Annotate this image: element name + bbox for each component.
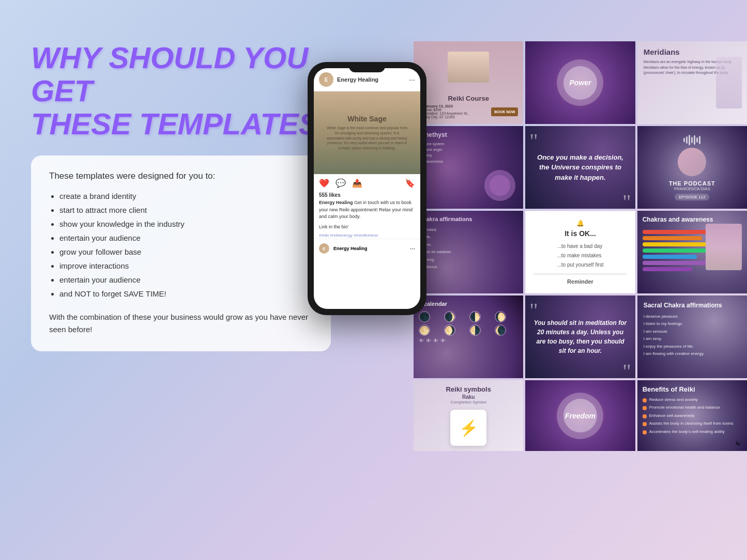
eye-row: 👁 👁 👁 👁 [419,338,518,344]
heart-icon[interactable]: ❤️ [319,178,329,188]
grid-item-freedom: Freedom [525,380,635,451]
benefits-reiki-content: Benefits of Reiki Reduce stress and anxi… [637,380,747,451]
moon-phase-6: 🌖 [444,324,455,336]
chakra-bar-crown [643,267,692,271]
ig-footer: E Energy Healing ··· [314,239,420,258]
bullet-item: improve interactions [59,259,313,273]
grid-item-reiki-course: Reiki Course January 13, 2023 Cost: $20€… [414,41,523,124]
chakra-affirmations-title: Chakra affirmations [419,216,518,222]
soundwave [683,135,700,145]
chakra-affirmations-list: reminded.n safe.d here,d trust its wisdo… [419,226,518,271]
meridians-title: Meridians [644,48,741,56]
comment-icon[interactable]: 💬 [336,178,346,188]
moon-phase-3: 🌓 [469,311,481,322]
sacral-chakra-affirmations: I deserve pleasure. I listen to my feeli… [644,313,741,357]
bullet-item: and NOT to forget SAVE TIME! [59,287,313,301]
grid-item-quote2: " You should sit in meditation for 20 mi… [525,295,635,378]
bullet-list: create a brand identity start to attract… [49,189,313,301]
reiki-course-title: Reiki Course [448,95,489,102]
eye-icon-4: 👁 [440,338,446,344]
power-label: Power [569,79,591,87]
amethyst-benefits: immune systemfear and angerl anxietytual… [419,141,518,164]
benefit-item-1: Reduce stress and anxiety [643,397,742,402]
podcast-content: THE PODCAST FRANCESCA DIAS EPISODE 112 [637,126,747,209]
grid-item-quote1: " Once you make a decision, the Universe… [525,126,635,209]
grid-item-amethyst: Amethyst immune systemfear and angerl an… [414,126,523,209]
freedom-label: Freedom [565,412,596,420]
bullet-item: grow your follower base [59,245,313,259]
yoga-pose-image [706,224,742,270]
power-circle: Power [557,59,603,106]
footer-username: Energy Healing [333,246,406,251]
benefit-dot-3 [643,414,647,418]
main-heading: WHY SHOULD YOU GET THESE TEMPLATES: [31,41,331,140]
ig-caption: Energy Healing Get in touch with us to b… [314,198,420,222]
bullet-item: entertain your audience [59,273,313,287]
amethyst-content: Amethyst immune systemfear and angerl an… [414,126,523,209]
benefit-item-5: Accelerates the body's self-healing abil… [643,429,742,434]
bullet-item: start to attract more client [59,203,313,217]
chakra-bar-sacral [643,236,702,240]
quote1-text: Once you make a decision, the Universe c… [533,152,627,183]
ig-more-icon[interactable]: ··· [409,75,415,84]
meridians-image [716,57,742,108]
book-now-button[interactable]: BOOK NOW [491,107,518,116]
benefit-text-4: Assists the body in cleansing itself fro… [649,421,734,426]
reiki-symbols-title: Reiki symbols [446,385,491,393]
quote2-open-icon: " [529,298,538,322]
benefit-text-5: Accelerates the body's self-healing abil… [649,429,725,434]
grid-item-sacral-chakra: Sacral Chakra affirmations I deserve ple… [637,295,747,378]
quote-close-icon: " [622,190,631,209]
ig-username: Energy Healing [337,76,409,83]
reiki-caption: Completion Symbol [450,400,486,405]
grid-item-meridians: Meridians Meridians are an energetic hig… [637,41,747,124]
caption-username: Energy Healing [319,200,353,205]
grid-item-benefits-reiki: Benefits of Reiki Reduce stress and anxi… [637,380,747,451]
quote-open-icon: " [529,129,538,153]
chakra-content: Chakra affirmations reminded.n safe.d he… [414,211,523,293]
reminder-title: It is OK... [565,229,596,238]
meridians-content: Meridians Meridians are an energetic hig… [637,41,747,124]
eye-icon-3: 👁 [433,338,438,344]
quote2-close-icon: " [622,359,631,378]
grid-item-reiki-symbols: Reiki symbols Raku Completion Symbol ⚡ [414,380,523,451]
chakras-awareness-title: Chakras and awareness [643,216,742,223]
benefit-item-2: Promote emotional health and balance [643,405,742,410]
share-icon[interactable]: 📤 [352,178,362,188]
benefit-dot-5 [643,430,647,434]
reiki-symbol-card: ⚡ [450,410,486,446]
phone-outer: E Energy Healing ··· White Sage White Sa… [308,62,426,315]
eye-icon-2: 👁 [426,338,431,344]
ig-likes: 555 likes [314,192,420,198]
chakra-bar-throat [643,255,697,259]
content-box: These templates were designed for you to… [31,155,331,351]
template-grid: Reiki Course January 13, 2023 Cost: $20€… [414,41,747,451]
phone-notch [349,62,385,72]
phone-screen: E Energy Healing ··· White Sage White Sa… [314,68,420,309]
power-circle-inner: Power [563,66,597,100]
podcast-host: FRANCESCA DIAS [674,186,710,191]
freedom-circle: Freedom [557,393,603,439]
reiki-course-content: Reiki Course January 13, 2023 Cost: $20€… [414,41,523,124]
grid-item-podcast: THE PODCAST FRANCESCA DIAS EPISODE 112 [637,126,747,209]
benefit-dot-4 [643,422,647,426]
bullet-item: entertain your audience [59,231,313,245]
left-section: WHY SHOULD YOU GET THESE TEMPLATES: Thes… [31,41,331,351]
eye-icon-1: 👁 [419,338,424,344]
quote2-content: You should sit in meditation for 20 minu… [525,308,635,366]
moon-phase-7: 🌗 [469,324,481,336]
bookmark-icon[interactable]: 🔖 [405,178,415,188]
grid-item-reminder: 🔔 It is OK... ...to have a bad day ...to… [525,211,635,293]
reminder-footer: Reminder [533,274,627,285]
footer-more-icon[interactable]: ··· [410,245,415,252]
benefit-item-4: Assists the body in cleansing itself fro… [643,421,742,426]
footer-avatar: E [319,243,329,254]
post-title: White Sage [347,115,386,123]
moon-calendar-content: n calendar 🌑 🌒 🌓 🌔 🌕 🌖 🌗 🌘 👁 👁 👁 👁 [414,295,523,378]
bullet-item: show your knowledge in the industry [59,217,313,231]
moon-calendar-title: n calendar [419,301,518,307]
bottom-text: With the combination of these your busin… [49,311,313,336]
benefit-text-3: Enhance self-awareness [649,413,695,418]
benefit-dot-1 [643,398,647,402]
moon-grid: 🌑 🌒 🌓 🌔 🌕 🌖 🌗 🌘 [419,311,518,336]
